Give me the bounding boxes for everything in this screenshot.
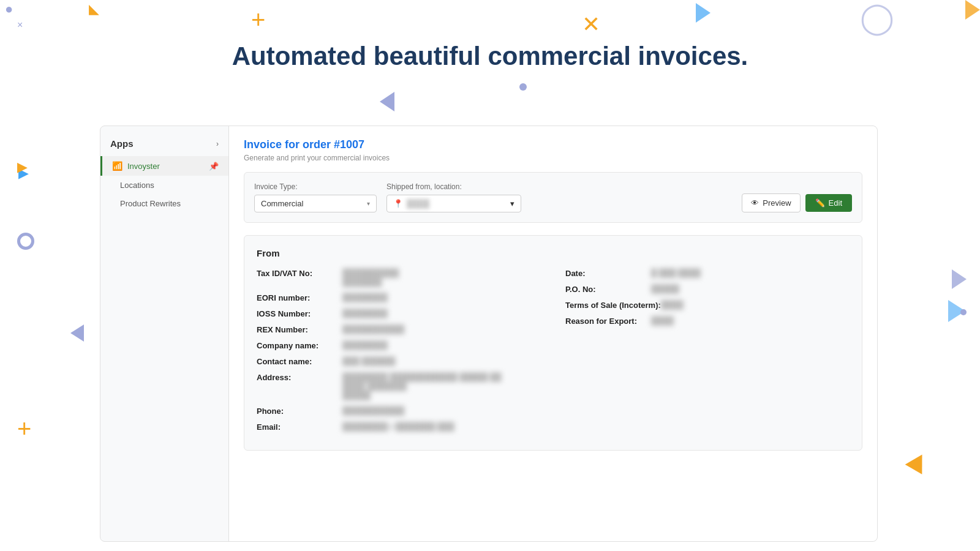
page-title: Automated beautiful commercial invoices. <box>232 42 748 71</box>
invoice-type-value: Commercial <box>261 199 303 208</box>
reason-label: Reason for Export: <box>565 316 651 326</box>
chevron-down-icon: ▾ <box>367 200 370 207</box>
form-left-column: Tax ID/VAT No: ██████████ ███████ EORI n… <box>257 268 541 438</box>
sidebar-item-locations[interactable]: Locations <box>100 176 228 194</box>
sidebar-item-product-rewrites-label: Product Rewrites <box>120 199 181 208</box>
pencil-icon: ✏️ <box>815 198 825 208</box>
eori-label: EORI number: <box>257 293 342 302</box>
invoice-type-label: Invoice Type: <box>254 182 377 191</box>
tax-id-label: Tax ID/VAT No: <box>257 268 342 278</box>
invoice-type-select[interactable]: Commercial ▾ <box>254 195 377 212</box>
location-label: Shipped from, location: <box>386 182 521 191</box>
email-label: Email: <box>257 422 342 432</box>
location-group: Shipped from, location: 📍 ████ ▾ <box>386 182 521 212</box>
company-row: Company name: ████████ <box>257 340 541 350</box>
po-value: █████ <box>651 284 850 293</box>
tax-id-value: ██████████ ███████ <box>342 268 399 287</box>
map-pin-icon: 📍 <box>393 199 403 208</box>
contact-value: ███ ██████ <box>342 356 541 365</box>
contact-label: Contact name: <box>257 356 342 366</box>
email-row: Email: ████████@███████.███ <box>257 422 541 432</box>
pin-icon: 📌 <box>209 162 219 171</box>
phone-label: Phone: <box>257 406 342 416</box>
main-card: Apps › 📶 Invoyster 📌 Locations Product R… <box>100 126 878 542</box>
sidebar-item-product-rewrites[interactable]: Product Rewrites <box>100 194 228 212</box>
company-value: ████████ <box>342 340 541 350</box>
wifi-icon: 📶 <box>112 161 123 171</box>
phone-value: ███████████ <box>342 406 541 415</box>
controls-actions: 👁 Preview ✏️ Edit <box>742 193 852 212</box>
invoice-title-text: Invoice for order <box>244 138 334 151</box>
rex-label: REX Number: <box>257 324 342 334</box>
ioss-row: IOSS Number: ████████ <box>257 309 541 318</box>
rex-value: ███████████ <box>342 324 541 334</box>
preview-button-label: Preview <box>763 198 791 208</box>
phone-row: Phone: ███████████ <box>257 406 541 416</box>
chevron-down-icon-2: ▾ <box>510 199 514 208</box>
controls-row: Invoice Type: Commercial ▾ Shipped from,… <box>244 172 862 223</box>
chevron-right-icon: › <box>216 140 219 148</box>
sidebar-header-label: Apps <box>110 138 134 149</box>
tax-id-row: Tax ID/VAT No: ██████████ ███████ <box>257 268 541 287</box>
address-row: Address: ████████ ████████████ █████ ██ … <box>257 372 541 400</box>
location-value: ████ <box>407 199 429 208</box>
po-row: P.O. No: █████ <box>565 284 850 294</box>
invoice-order-number: #1007 <box>334 138 364 151</box>
ioss-value: ████████ <box>342 309 541 318</box>
invoice-type-group: Invoice Type: Commercial ▾ <box>254 182 377 212</box>
company-label: Company name: <box>257 340 342 350</box>
edit-button[interactable]: ✏️ Edit <box>805 194 852 212</box>
reason-value: ████ <box>651 316 850 325</box>
section-title: From <box>257 248 850 258</box>
eori-row: EORI number: ████████ <box>257 293 541 302</box>
form-grid: Tax ID/VAT No: ██████████ ███████ EORI n… <box>257 268 850 438</box>
date-value: █ ███ ████ <box>651 268 850 277</box>
terms-row: Terms of Sale (Incoterm): ████ <box>565 300 850 310</box>
location-select[interactable]: 📍 ████ ▾ <box>386 195 521 212</box>
invoice-subtitle: Generate and print your commercial invoi… <box>244 154 862 162</box>
address-label: Address: <box>257 372 342 382</box>
sidebar-item-invoyster-label: Invoyster <box>127 162 160 171</box>
terms-value: ████ <box>661 300 850 309</box>
sidebar-apps-header[interactable]: Apps › <box>100 136 228 156</box>
preview-button[interactable]: 👁 Preview <box>742 193 800 212</box>
invoice-title: Invoice for order #1007 <box>244 138 862 151</box>
sidebar-item-locations-label: Locations <box>120 181 154 190</box>
address-value: ████████ ████████████ █████ ██ ████ ████… <box>342 372 502 400</box>
terms-label: Terms of Sale (Incoterm): <box>565 300 661 310</box>
invoice-content: Invoice for order #1007 Generate and pri… <box>229 126 877 541</box>
date-row: Date: █ ███ ████ <box>565 268 850 278</box>
eori-value: ████████ <box>342 293 541 302</box>
form-right-column: Date: █ ███ ████ P.O. No: █████ Terms of… <box>565 268 850 438</box>
rex-row: REX Number: ███████████ <box>257 324 541 334</box>
date-label: Date: <box>565 268 651 278</box>
sidebar-item-invoyster[interactable]: 📶 Invoyster 📌 <box>100 156 228 176</box>
email-value: ████████@███████.███ <box>342 422 541 431</box>
invoice-form-section: From Tax ID/VAT No: ██████████ ███████ E… <box>244 235 862 451</box>
ioss-label: IOSS Number: <box>257 309 342 318</box>
contact-row: Contact name: ███ ██████ <box>257 356 541 366</box>
edit-button-label: Edit <box>829 198 842 208</box>
reason-row: Reason for Export: ████ <box>565 316 850 326</box>
sidebar: Apps › 📶 Invoyster 📌 Locations Product R… <box>100 126 229 541</box>
po-label: P.O. No: <box>565 284 651 294</box>
eye-icon: 👁 <box>751 198 759 208</box>
